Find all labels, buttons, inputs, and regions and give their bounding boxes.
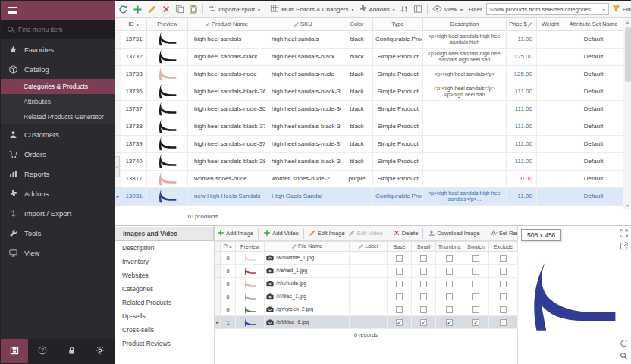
base-checkbox[interactable]: ✓ — [388, 316, 412, 329]
product-sku[interactable]: high heel sandals — [265, 30, 341, 48]
tab-up-sells[interactable]: Up-sells — [115, 309, 214, 323]
product-attribute-set[interactable]: Default — [564, 187, 623, 205]
product-id[interactable]: 13733 — [121, 65, 147, 83]
product-id[interactable]: 13731 — [121, 30, 147, 48]
edit-video-button[interactable]: Edit Video — [348, 229, 383, 238]
tab-categories[interactable]: Categories — [115, 282, 214, 296]
media-preview[interactable] — [236, 265, 265, 278]
swatch-checkbox[interactable] — [463, 303, 489, 316]
exclude-checkbox[interactable] — [489, 278, 518, 290]
checkbox[interactable] — [500, 255, 507, 262]
row-marker[interactable] — [215, 303, 221, 316]
multi-editors-menu[interactable]: Multi Editors & Changers ▾ — [268, 2, 356, 16]
product-description[interactable] — [423, 152, 507, 170]
row-marker[interactable] — [215, 252, 221, 265]
product-type[interactable]: Configurable Product — [373, 187, 423, 205]
col-swatch[interactable]: Swatch — [463, 242, 489, 252]
media-label[interactable] — [350, 303, 388, 316]
product-preview[interactable] — [147, 170, 188, 187]
product-id[interactable]: 13738 — [121, 118, 147, 135]
checkbox[interactable]: ✓ — [472, 319, 479, 326]
row-marker[interactable] — [115, 118, 121, 135]
media-file-name[interactable]: /l/i/lilac_1.jpg — [265, 290, 350, 303]
product-description[interactable] — [423, 135, 507, 152]
row-marker[interactable] — [215, 265, 221, 278]
product-preview[interactable] — [147, 187, 188, 205]
base-checkbox[interactable] — [388, 303, 412, 316]
col-weight[interactable]: Weight — [537, 18, 564, 30]
rotate-button[interactable] — [618, 338, 629, 350]
tab-cross-sells[interactable]: Cross-sells — [115, 323, 214, 337]
collapse-panel-handle[interactable]: ‹ — [115, 156, 120, 177]
product-weight[interactable] — [537, 100, 564, 118]
product-name[interactable]: high heel sandals-black-36 — [188, 83, 265, 100]
product-preview[interactable] — [147, 135, 188, 152]
delete-media-button[interactable]: Delete — [393, 229, 419, 238]
product-description[interactable] — [423, 118, 507, 135]
product-row-13733[interactable]: 13733high heel sandals-nudehigh heel san… — [115, 65, 623, 83]
product-price[interactable]: 125.00 — [507, 48, 537, 65]
product-type[interactable]: Simple Product — [373, 118, 423, 135]
scroll-thumb[interactable] — [625, 27, 631, 82]
checkbox[interactable] — [420, 255, 427, 262]
product-type[interactable]: Simple Product — [373, 65, 423, 83]
media-label[interactable] — [350, 316, 388, 329]
sidebar-item-attributes[interactable]: Attributes — [1, 94, 115, 109]
fullscreen-button[interactable] — [618, 228, 629, 240]
media-priority[interactable]: 0 — [221, 303, 236, 316]
sidebar-item-view[interactable]: View — [1, 243, 115, 262]
row-marker[interactable] — [215, 290, 221, 303]
product-attribute-set[interactable]: Default — [564, 118, 623, 135]
checkbox[interactable] — [472, 255, 479, 262]
thumbnail-checkbox[interactable] — [436, 265, 463, 278]
product-preview[interactable] — [147, 65, 188, 83]
product-attribute-set[interactable]: Default — [564, 83, 623, 100]
checkbox[interactable] — [396, 281, 403, 287]
row-marker[interactable] — [115, 135, 121, 152]
checkbox[interactable] — [500, 319, 507, 326]
addons-menu[interactable]: Addons ▾ — [357, 3, 397, 16]
product-type[interactable]: Simple Product — [373, 48, 423, 65]
col-product-name[interactable]: Product Name — [188, 18, 265, 30]
small-checkbox[interactable] — [412, 303, 436, 316]
media-file-name[interactable]: /w/h/white_1.jpg — [265, 252, 350, 265]
product-id[interactable]: 13732 — [121, 48, 147, 65]
product-sku[interactable]: high heel sandals-nude — [265, 65, 341, 83]
product-row-13739[interactable]: 13739high heel sandals-nude-37high heel … — [115, 135, 623, 152]
product-attribute-set[interactable]: Default — [564, 152, 623, 170]
media-preview[interactable] — [236, 290, 265, 303]
checkbox[interactable] — [396, 255, 403, 262]
col-exclude[interactable]: Exclude — [489, 242, 518, 252]
col-id[interactable]: ID ▲ — [121, 18, 147, 30]
media-row-r-e-red-1-jpg[interactable]: 0/r/e/red_1.jpg — [215, 265, 518, 278]
sidebar-item-catalog[interactable]: Catalog — [1, 59, 115, 79]
media-file-name[interactable]: /g/r/green_2.jpg — [265, 303, 350, 316]
hamburger-menu-button[interactable] — [1, 1, 115, 20]
product-price[interactable]: 111.00 — [507, 100, 537, 118]
swatch-checkbox[interactable] — [463, 265, 489, 278]
checkbox[interactable] — [446, 281, 453, 287]
col-media-preview[interactable]: Preview — [236, 242, 265, 252]
checkbox[interactable] — [500, 306, 507, 313]
product-name[interactable]: high heel sandals-black-37 — [188, 118, 265, 135]
media-row-w-h-white-1-jpg[interactable]: 0/w/h/white_1.jpg — [215, 252, 518, 265]
product-name[interactable]: high heel sandals-nude — [188, 65, 265, 83]
product-sku[interactable]: high heel sandals-black-38 — [265, 152, 341, 170]
col-description[interactable]: Description — [423, 18, 507, 30]
paste-button[interactable] — [187, 3, 199, 15]
product-weight[interactable] — [537, 30, 564, 48]
product-type[interactable]: Simple Product — [373, 83, 423, 100]
thumbnail-checkbox[interactable] — [436, 278, 463, 290]
sidebar-item-customers[interactable]: Customers — [1, 124, 115, 144]
media-label[interactable] — [350, 252, 388, 265]
checkbox[interactable] — [500, 293, 507, 300]
open-external-button[interactable] — [618, 241, 629, 253]
product-type[interactable]: Simple Product — [373, 170, 423, 187]
product-price[interactable]: 111.00 — [507, 152, 537, 170]
base-checkbox[interactable] — [388, 265, 412, 278]
product-sku[interactable]: women shoes-nude-2 — [265, 170, 341, 187]
lock-button[interactable] — [57, 339, 86, 363]
exclude-checkbox[interactable] — [489, 265, 518, 278]
preview-image[interactable] — [526, 259, 623, 335]
settings-button[interactable] — [86, 339, 115, 363]
